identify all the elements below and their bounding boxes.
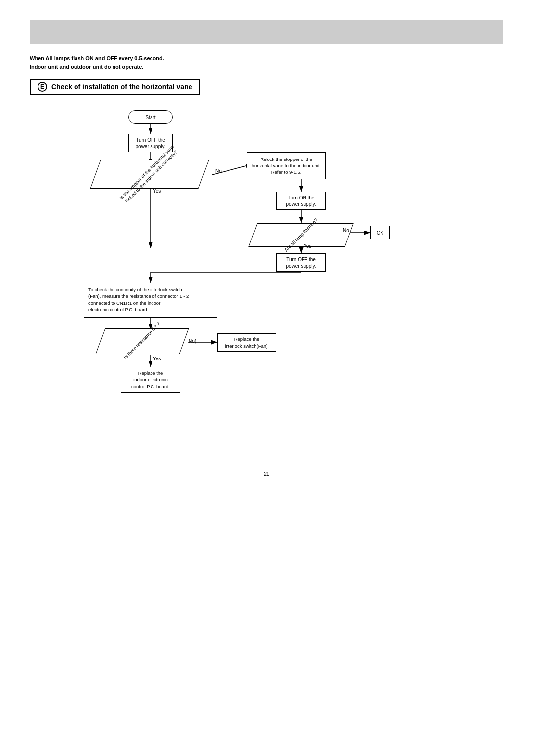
node-replace-board-label: Replace theindoor electroniccontrol P.C.… bbox=[131, 370, 170, 390]
node-question-1: Is the stopper of the horizontal vaneloc… bbox=[94, 159, 205, 189]
section-title-text: Check of installation of the horizontal … bbox=[51, 83, 192, 91]
node-turn-off-1-label: Turn OFF the power supply. bbox=[136, 137, 166, 150]
node-relock-label: Relock the stopper of thehorizontal vane… bbox=[252, 156, 321, 176]
node-start-label: Start bbox=[145, 114, 155, 120]
node-turn-on: Turn ON the power supply. bbox=[276, 192, 326, 210]
section-circle-label: E bbox=[38, 82, 47, 92]
node-replace-board: Replace theindoor electroniccontrol P.C.… bbox=[121, 367, 180, 393]
node-start: Start bbox=[128, 110, 173, 124]
node-turn-on-label: Turn ON the power supply. bbox=[286, 195, 316, 207]
node-relock: Relock the stopper of thehorizontal vane… bbox=[247, 152, 326, 179]
intro-line2: Indoor unit and outdoor unit do not oper… bbox=[30, 64, 143, 70]
node-question-3: Is there resistance 0 * ? bbox=[99, 327, 185, 355]
label-yes-q3: Yes bbox=[153, 356, 161, 361]
node-turn-off-2: Turn OFF the power supply. bbox=[276, 253, 326, 272]
intro-line1: When All lamps flash ON and OFF every 0.… bbox=[30, 55, 164, 61]
node-replace-switch: Replace theinterlock switch(Fan). bbox=[217, 333, 276, 352]
node-check-text: To check the continuity of the interlock… bbox=[84, 283, 217, 318]
page-number: 21 bbox=[30, 471, 503, 477]
node-question-2: Are all lamp flashing? bbox=[252, 223, 350, 247]
label-no-q2: No bbox=[343, 228, 349, 233]
section-title-box: E Check of installation of the horizonta… bbox=[30, 79, 200, 95]
node-ok: OK bbox=[370, 226, 390, 239]
label-yes-q1: Yes bbox=[153, 188, 161, 194]
intro-text: When All lamps flash ON and OFF every 0.… bbox=[30, 54, 503, 71]
flowchart: Start Turn OFF the power supply. Is the … bbox=[64, 105, 469, 451]
label-no-q3: No( bbox=[189, 338, 196, 344]
node-ok-label: OK bbox=[377, 230, 383, 236]
header-bar bbox=[30, 20, 503, 44]
node-turn-off-2-label: Turn OFF the power supply. bbox=[286, 256, 316, 269]
label-yes-q2: Yes bbox=[304, 243, 311, 249]
node-replace-switch-label: Replace theinterlock switch(Fan). bbox=[225, 336, 269, 349]
label-no-q1: No bbox=[215, 168, 222, 174]
node-check-text-label: To check the continuity of the interlock… bbox=[88, 286, 189, 313]
